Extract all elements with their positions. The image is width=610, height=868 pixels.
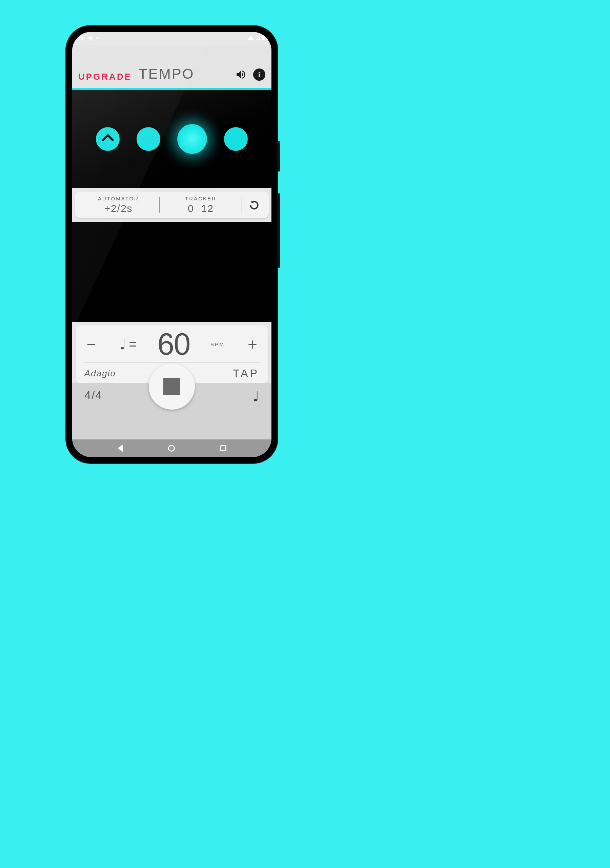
bpm-increase-button[interactable]: + (245, 335, 260, 353)
recents-icon[interactable] (220, 445, 226, 451)
bpm-unit-label: BPM (211, 341, 224, 347)
back-icon[interactable] (118, 445, 123, 452)
stop-icon (163, 378, 180, 395)
android-nav-bar (72, 439, 271, 457)
sound-icon[interactable] (235, 68, 247, 81)
bottom-bar: 4/4 ♩ (72, 383, 271, 439)
bpm-decrease-button[interactable]: − (84, 335, 99, 353)
beat-indicator-row (72, 90, 271, 188)
phone-frame: 3:06 UPGRADE TEMPO i (66, 26, 277, 463)
tap-tempo-button[interactable]: TAP (233, 367, 259, 380)
reset-button[interactable] (244, 195, 264, 214)
app-header: UPGRADE TEMPO i (72, 45, 271, 88)
tracker-cell[interactable]: TRACKER 0 12 (162, 195, 240, 214)
notification-dot-icon (96, 37, 98, 39)
side-button-upper (278, 141, 280, 172)
subdivision-button[interactable]: ♩ (253, 389, 259, 404)
beat-dot-2[interactable] (136, 127, 160, 151)
tracker-total: 12 (201, 203, 214, 214)
bpm-value[interactable]: 60 (157, 329, 190, 360)
info-icon[interactable]: i (253, 68, 265, 81)
app-title: TEMPO (139, 66, 194, 82)
status-bar: 3:06 (72, 32, 271, 45)
beat-dot-1-accent[interactable] (96, 127, 120, 151)
cell-signal-icon (255, 36, 260, 40)
upgrade-button[interactable]: UPGRADE (78, 71, 132, 82)
tracker-current: 0 (188, 203, 194, 214)
gear-icon (88, 36, 93, 41)
automator-cell[interactable]: AUTOMATOR +2/2s (80, 195, 157, 214)
tracker-value: 0 12 (162, 203, 240, 214)
wifi-icon (248, 36, 254, 40)
battery-icon (262, 35, 265, 40)
tracker-label: TRACKER (162, 195, 240, 202)
divider (242, 197, 242, 213)
screen: 3:06 UPGRADE TEMPO i (72, 32, 271, 457)
visual-area (72, 222, 271, 322)
beat-dot-4[interactable] (224, 127, 248, 151)
equals-sign: = (129, 337, 137, 352)
automator-tracker-panel: AUTOMATOR +2/2s TRACKER 0 12 (75, 192, 269, 219)
side-button-lower (278, 193, 280, 268)
automator-label: AUTOMATOR (80, 195, 157, 202)
play-stop-button[interactable] (149, 363, 195, 409)
quarter-note-icon: ♩ (119, 337, 126, 352)
home-icon[interactable] (168, 445, 175, 452)
reset-icon (249, 200, 260, 211)
tempo-name-label: Adagio (84, 368, 116, 379)
status-time: 3:06 (75, 35, 85, 41)
time-signature-button[interactable]: 4/4 (84, 389, 102, 402)
divider (159, 197, 160, 213)
beat-dot-3-active[interactable] (177, 124, 207, 154)
note-equals: ♩ = (119, 337, 137, 352)
automator-value: +2/2s (80, 203, 157, 214)
